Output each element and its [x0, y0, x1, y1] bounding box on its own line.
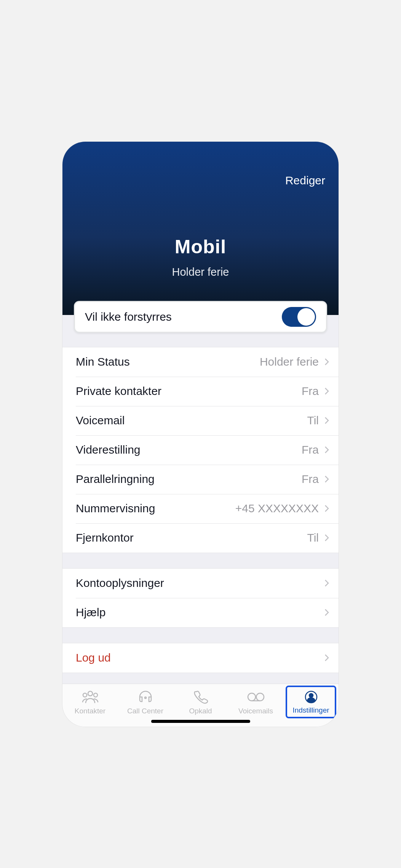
- chevron-right-icon: [323, 534, 331, 542]
- chevron-right-icon: [323, 475, 331, 483]
- row-logout[interactable]: Log ud: [62, 643, 339, 673]
- row-value: Til: [307, 531, 319, 544]
- row-label: Fjernkontor: [76, 531, 307, 544]
- tab-label: Call Center: [127, 707, 163, 715]
- row-label: Hjælp: [76, 606, 323, 619]
- header: Rediger Mobil Holder ferie: [62, 142, 339, 315]
- tab-call-center[interactable]: Call Center: [118, 689, 173, 715]
- tab-label: Voicemails: [238, 707, 273, 715]
- chevron-right-icon: [323, 416, 331, 425]
- dnd-toggle[interactable]: [282, 307, 316, 327]
- home-indicator: [151, 720, 250, 723]
- row-label: Viderestilling: [76, 443, 302, 456]
- page-subtitle: Holder ferie: [62, 266, 339, 278]
- row-value: Fra: [302, 473, 319, 486]
- settings-group-main: Min Status Holder ferie Private kontakte…: [62, 347, 339, 553]
- row-min-status[interactable]: Min Status Holder ferie: [62, 347, 339, 377]
- row-value: Fra: [302, 385, 319, 398]
- row-label: Private kontakter: [76, 385, 302, 398]
- dnd-label: Vil ikke forstyrres: [85, 310, 172, 323]
- row-parallelringning[interactable]: Parallelringning Fra: [62, 465, 339, 494]
- page-title: Mobil: [62, 236, 339, 258]
- tab-voicemails[interactable]: Voicemails: [228, 689, 283, 715]
- call-center-icon: [136, 689, 155, 705]
- device-frame: Rediger Mobil Holder ferie Vil ikke fors…: [62, 142, 339, 727]
- chevron-right-icon: [323, 446, 331, 454]
- svg-point-8: [309, 694, 313, 697]
- row-label: Nummervisning: [76, 502, 235, 515]
- contacts-icon: [81, 689, 100, 705]
- svg-point-5: [256, 693, 264, 701]
- content: Min Status Holder ferie Private kontakte…: [62, 315, 339, 684]
- voicemail-icon: [246, 689, 265, 705]
- row-label: Voicemail: [76, 414, 307, 427]
- svg-point-4: [248, 693, 256, 701]
- svg-point-2: [94, 693, 97, 697]
- row-hjaelp[interactable]: Hjælp: [62, 598, 339, 627]
- settings-group-logout: Log ud: [62, 643, 339, 673]
- tab-label: Opkald: [189, 707, 212, 715]
- dnd-card: Vil ikke forstyrres: [74, 301, 327, 333]
- row-label: Log ud: [76, 651, 323, 664]
- row-label: Min Status: [76, 355, 260, 368]
- row-value: Fra: [302, 443, 319, 456]
- chevron-right-icon: [323, 504, 331, 513]
- chevron-right-icon: [323, 358, 331, 366]
- row-value: +45 XXXXXXXX: [235, 502, 319, 515]
- row-nummervisning[interactable]: Nummervisning +45 XXXXXXXX: [62, 494, 339, 523]
- row-label: Parallelringning: [76, 473, 302, 486]
- settings-group-secondary: Kontooplysninger Hjælp: [62, 568, 339, 628]
- row-viderestilling[interactable]: Viderestilling Fra: [62, 435, 339, 465]
- edit-button[interactable]: Rediger: [285, 174, 325, 187]
- chevron-right-icon: [323, 608, 331, 617]
- tab-label: Kontakter: [75, 707, 105, 715]
- tab-kontakter[interactable]: Kontakter: [62, 689, 118, 715]
- phone-icon: [191, 689, 210, 705]
- row-fjernkontor[interactable]: Fjernkontor Til: [62, 523, 339, 553]
- svg-point-0: [88, 691, 93, 696]
- svg-point-1: [83, 693, 87, 697]
- chevron-right-icon: [323, 579, 331, 587]
- settings-profile-icon: [302, 689, 321, 705]
- row-voicemail[interactable]: Voicemail Til: [62, 406, 339, 435]
- row-kontooplysninger[interactable]: Kontooplysninger: [62, 569, 339, 598]
- row-value: Holder ferie: [260, 355, 319, 368]
- toggle-knob: [297, 308, 315, 326]
- tab-opkald[interactable]: Opkald: [173, 689, 228, 715]
- tab-label: Indstillinger: [292, 706, 329, 715]
- chevron-right-icon: [323, 387, 331, 395]
- tab-indstillinger[interactable]: Indstillinger: [283, 689, 339, 718]
- svg-point-3: [145, 697, 146, 699]
- row-private-kontakter[interactable]: Private kontakter Fra: [62, 377, 339, 406]
- chevron-right-icon: [323, 654, 331, 662]
- row-value: Til: [307, 414, 319, 427]
- row-label: Kontooplysninger: [76, 577, 323, 590]
